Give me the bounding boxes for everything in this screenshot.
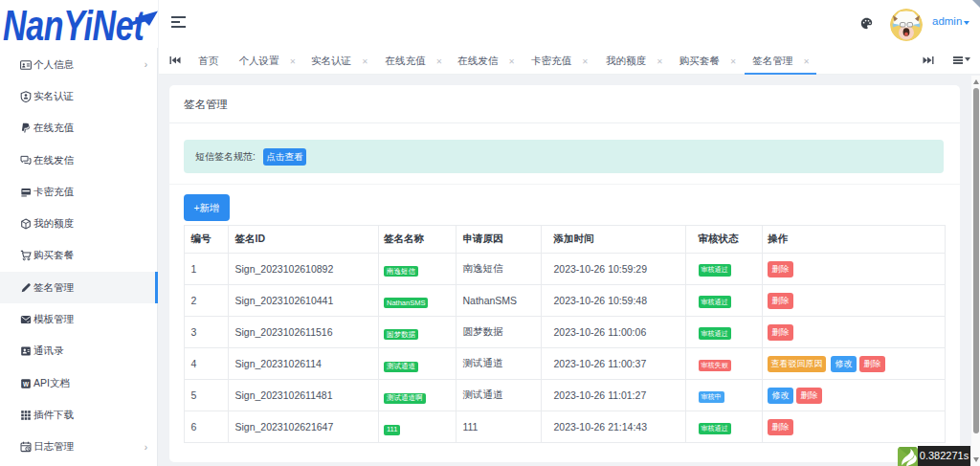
svg-text:W: W xyxy=(23,380,30,387)
